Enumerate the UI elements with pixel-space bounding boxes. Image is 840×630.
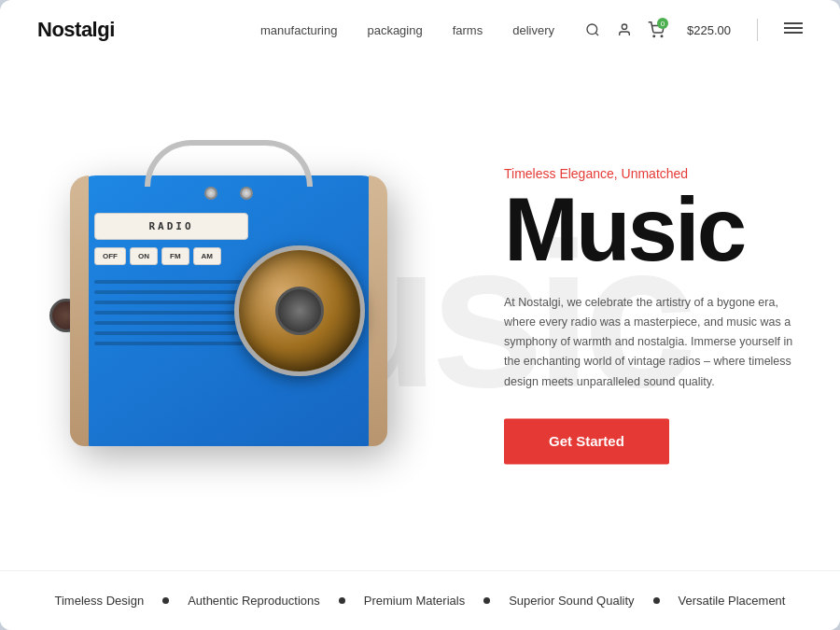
svg-line-1 [595,33,598,35]
feature-2: Premium Materials [364,594,465,608]
feature-label: Versatile Placement [679,594,786,608]
radio-outer: RADIO OFF ON FM AM [70,175,387,446]
feature-4: Versatile Placement [679,594,786,608]
menu-icon[interactable] [784,21,803,40]
nav-divider [757,19,758,41]
radio-left-panel: RADIO OFF ON FM AM [94,213,248,345]
btn-on: ON [130,247,158,265]
radio-side-right [369,175,387,446]
feature-0: Timeless Design [55,594,145,608]
logo: Nostalgi [37,18,115,42]
btn-off: OFF [94,247,126,265]
cart-badge: 0 [657,18,668,29]
hero-content: Timeless Elegance, Unmatched Music At No… [504,166,803,464]
speaker-center [275,287,324,335]
svg-point-0 [587,24,597,35]
radio-speaker [234,245,365,376]
navbar: Nostalgi manufacturing packaging farms d… [0,0,840,60]
feature-dot-1 [339,597,345,604]
grille-line [94,280,248,284]
price-display: $225.00 [687,23,731,37]
svg-point-3 [653,35,655,37]
feature-dot-2 [483,597,490,604]
btn-fm: FM [161,247,189,265]
feature-label: Superior Sound Quality [509,594,634,608]
feature-dot-0 [162,597,169,604]
grille-line [94,301,248,304]
feature-label: Authentic Reproductions [188,594,320,608]
hero-section: Music [0,60,840,570]
grille-line [94,290,248,294]
cart-icon[interactable]: 0 [648,21,665,38]
radio-illustration: RADIO OFF ON FM AM [28,60,429,570]
nav-farms[interactable]: farms [453,23,483,37]
radio-side-left [70,175,89,446]
feature-label: Premium Materials [364,594,465,608]
grille-line [94,321,248,325]
grille-line [94,311,248,315]
svg-point-4 [661,35,663,37]
radio-top-knobs [204,187,253,200]
svg-point-2 [622,24,626,29]
nav-icons: 0 $225.00 [584,19,803,41]
feature-1: Authentic Reproductions [188,594,320,608]
feature-label: Timeless Design [55,594,145,608]
btn-am: AM [193,247,221,265]
nav-delivery[interactable]: delivery [512,23,554,37]
features-bar: Timeless Design Authentic Reproductions … [0,570,840,630]
search-icon[interactable] [584,21,601,38]
feature-dot-3 [653,597,660,604]
knob-right [240,187,253,200]
nav-links: manufacturing packaging farms delivery [260,21,554,38]
grille-line [94,331,248,335]
radio-handle [145,140,313,187]
radio-body: RADIO OFF ON FM AM [70,175,387,455]
knob-left [204,187,217,200]
nav-packaging[interactable]: packaging [367,23,422,37]
hero-title: Music [504,185,803,274]
radio-grille [94,280,248,345]
radio-display: RADIO [94,213,248,240]
grille-line [94,342,248,345]
nav-manufacturing[interactable]: manufacturing [260,23,337,37]
feature-3: Superior Sound Quality [509,594,634,608]
user-icon[interactable] [616,21,633,38]
hero-description: At Nostalgi, we celebrate the artistry o… [504,293,803,392]
radio-buttons: OFF ON FM AM [94,247,248,265]
cta-button[interactable]: Get Started [504,418,669,464]
